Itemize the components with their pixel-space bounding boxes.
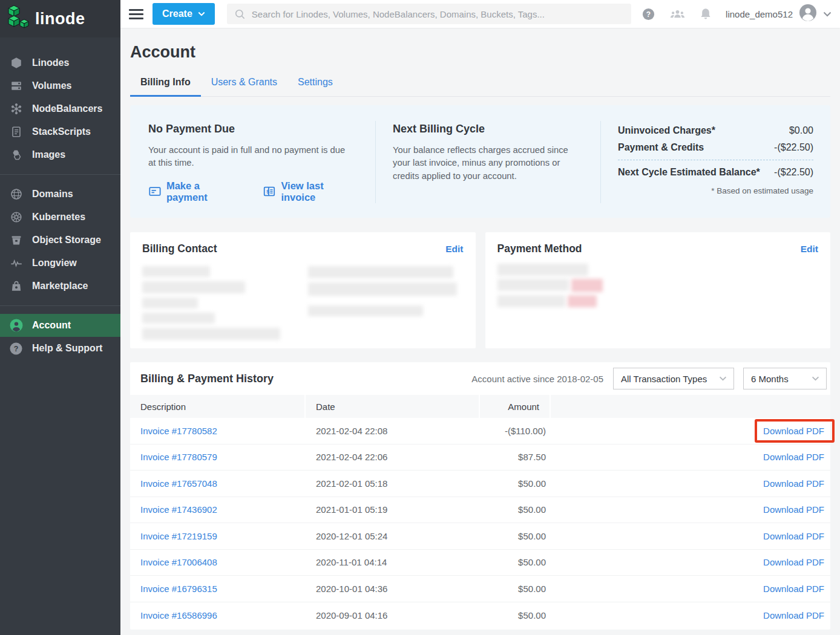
logo[interactable]: linode [0,0,120,37]
invoice-link[interactable]: Invoice #16586996 [130,610,306,620]
filter-transaction-types[interactable]: All Transaction Types [613,368,734,389]
sidebar-item-label: Object Storage [32,235,101,246]
no-payment-body: Your account is paid in full and no paym… [148,144,349,170]
view-last-invoice-link[interactable]: $ View last invoice [263,180,357,203]
sidebar-item-help-support[interactable]: ?Help & Support [0,337,120,360]
next-billing-cycle-body: Your balance reflects charges accrued si… [393,144,583,183]
download-pdf-link[interactable]: Download PDF [763,504,824,515]
billing-history-title: Billing & Payment History [140,373,274,385]
avatar [799,4,817,24]
tab-billing-info[interactable]: Billing Info [130,71,201,97]
chevron-down-icon [198,11,205,16]
tab-users-grants[interactable]: Users & Grants [201,71,287,97]
sidebar-item-linodes[interactable]: Linodes [0,51,120,74]
sidebar-item-label: Account [32,320,71,331]
sidebar-item-label: Kubernetes [32,212,85,223]
invoice-link[interactable]: Invoice #17436902 [130,504,306,515]
sidebar-item-label: NodeBalancers [32,103,103,114]
no-payment-title: No Payment Due [148,123,357,135]
column-header-date: Date [306,395,480,418]
sidebar-item-volumes[interactable]: Volumes [0,74,120,97]
sidebar-item-label: Linodes [32,57,69,68]
sidebar-item-kubernetes[interactable]: Kubernetes [0,206,120,229]
billing-totals: Uninvoiced Charges*$0.00Payment & Credit… [618,122,813,181]
filter-time-range[interactable]: 6 Months [743,368,827,389]
invoice-amount: $50.00 [480,478,551,489]
help-icon[interactable]: ? [641,7,655,21]
invoice-amount: $50.00 [480,504,551,515]
account-icon [8,318,24,333]
invoice-link[interactable]: Invoice #17219159 [130,531,306,541]
sidebar-item-longview[interactable]: Longview [0,252,120,275]
payment-method-edit-button[interactable]: Edit [801,244,818,255]
sidebar-item-label: Help & Support [32,343,102,354]
download-pdf-link[interactable]: Download PDF [763,426,824,436]
billing-contact-title: Billing Contact [142,243,217,255]
download-cell: Download PDF [551,584,830,594]
longview-icon [8,256,24,270]
global-search[interactable] [227,4,631,24]
invoice-link[interactable]: Invoice #17780582 [130,426,306,436]
sidebar-item-images[interactable]: Images [0,143,120,166]
linodes-icon [8,56,24,70]
invoice-link[interactable]: Invoice #17006408 [130,557,306,567]
download-pdf-link[interactable]: Download PDF [763,557,824,567]
totals-value: -($22.50) [774,167,813,178]
payment-method-card: Payment Method Edit [485,232,831,348]
download-pdf-link[interactable]: Download PDF [763,478,824,489]
download-cell: Download PDF [551,504,830,515]
invoice-amount: $50.00 [480,584,551,594]
sidebar-item-object-storage[interactable]: Object Storage [0,229,120,252]
table-body: Invoice #177805822021-02-04 22:08-($110.… [130,418,830,628]
billing-contact-edit-button[interactable]: Edit [445,244,463,255]
sidebar-item-label: Longview [32,258,77,269]
download-pdf-link[interactable]: Download PDF [763,610,824,620]
invoice-amount: $87.50 [480,452,551,462]
sidebar-item-stackscripts[interactable]: StackScripts [0,120,120,143]
nodebalancers-icon [8,102,24,116]
download-pdf-link[interactable]: Download PDF [763,531,824,541]
sidebar-divider [0,305,120,306]
invoice-amount: $50.00 [480,610,551,620]
sidebar-item-account[interactable]: Account [0,314,120,337]
table-header: DescriptionDateAmount [130,395,830,418]
stackscripts-icon [8,125,24,138]
sidebar-item-label: Domains [32,189,73,200]
invoice-date: 2021-01-01 05:19 [306,504,480,515]
invoice-date: 2021-02-04 22:06 [306,452,480,462]
sidebar-item-nodebalancers[interactable]: NodeBalancers [0,97,120,120]
download-cell: Download PDF [551,531,830,541]
menu-toggle-icon[interactable] [129,9,143,19]
tab-settings[interactable]: Settings [287,71,343,97]
table-row: Invoice #177805822021-02-04 22:08-($110.… [130,418,830,444]
create-button[interactable]: Create [153,3,215,25]
user-menu[interactable]: linode_demo512 [726,4,832,24]
table-row: Invoice #167963152020-10-01 04:36$50.00D… [130,576,830,602]
notifications-icon[interactable] [700,7,712,21]
download-pdf-link[interactable]: Download PDF [763,584,824,594]
invoice-link[interactable]: Invoice #16796315 [130,584,306,594]
billing-history-section: Billing & Payment History Account active… [130,362,830,630]
chevron-down-icon [812,376,819,381]
invoice-link[interactable]: Invoice #17780579 [130,452,306,462]
username: linode_demo512 [726,9,793,19]
sidebar-item-label: Volumes [32,80,72,91]
domains-icon [8,187,24,201]
invoice-link[interactable]: Invoice #17657048 [130,478,306,489]
create-button-label: Create [162,8,192,19]
search-input[interactable] [252,9,624,19]
sidebar-item-marketplace[interactable]: Marketplace [0,275,120,298]
download-pdf-link[interactable]: Download PDF [763,452,824,462]
sidebar-divider [0,174,120,175]
community-icon[interactable] [669,7,686,21]
table-row: Invoice #165869962020-09-01 04:16$50.00D… [130,602,830,629]
download-cell: Download PDF [551,610,830,620]
tabs: Billing InfoUsers & GrantsSettings [130,71,830,97]
sidebar-item-domains[interactable]: Domains [0,183,120,206]
make-payment-link[interactable]: Make a payment [148,180,240,203]
totals-row: Uninvoiced Charges*$0.00 [618,122,813,139]
table-row: Invoice #170064082020-11-01 04:14$50.00D… [130,550,830,576]
totals-value: -($22.50) [774,142,813,153]
filter-value: All Transaction Types [621,374,707,384]
sidebar-item-label: StackScripts [32,126,91,137]
